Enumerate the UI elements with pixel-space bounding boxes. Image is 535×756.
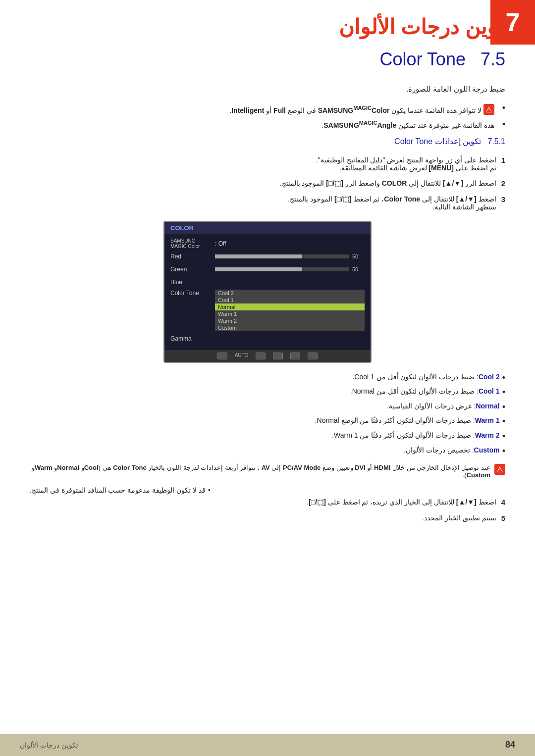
- monitor-label-green: Green: [170, 266, 215, 273]
- step-text-1: اضغط على أي زر بواجهة المنتج لعرض "دليل …: [30, 156, 496, 172]
- monitor-title-bar: COLOR: [164, 222, 371, 234]
- monitor-btn-auto-label: AUTO: [235, 353, 249, 359]
- monitor-row-colortone: Color Tone Cool 2 Cool 1 Normal Warm 1 W…: [170, 290, 365, 331]
- option-text-cool2: Cool 2: ضبط درجات الألوان لتكون أقل من 1…: [30, 373, 500, 381]
- option-text-normal: Normal: عرض درجات الألوان القياسية.: [30, 402, 500, 410]
- dropdown-item-custom[interactable]: Custom: [215, 324, 365, 331]
- chapter-header: تكوين درجات الألوان 7: [0, 0, 535, 44]
- monitor-btn-auto[interactable]: [217, 353, 227, 359]
- main-content: Color Tone 7.5 ضبط درجة اللون العامة للص…: [0, 49, 535, 522]
- step-4: 4 اضغط [▼/▲] للانتقال إلى الخيار الذي تر…: [30, 498, 505, 506]
- step-text-5: سيتم تطبيق الخيار المحدد.: [30, 514, 496, 522]
- chapter-number: 7: [506, 7, 520, 37]
- monitor-label-red: Red: [170, 253, 215, 260]
- option-cool2: • Cool 2: ضبط درجات الألوان لتكون أقل من…: [30, 373, 505, 384]
- bullet-dot-2: •: [502, 120, 505, 129]
- dropdown-item-normal[interactable]: Normal: [215, 303, 365, 310]
- footer-page: 84: [505, 740, 515, 750]
- option-dot-cool1: •: [502, 387, 505, 398]
- footer: 84 تكوين درجات الألوان: [0, 734, 535, 756]
- step-text-4: اضغط [▼/▲] للانتقال إلى الخيار الذي تريد…: [30, 498, 496, 506]
- bullet-section: • لا تتوافر هذه القائمة عندما يكون SAMSU…: [30, 103, 505, 129]
- step-number-5: 5: [501, 514, 505, 522]
- option-text-warm1: Warm 1: ضبط درجات الألوان لتكون أكثر دفئ…: [30, 416, 500, 424]
- bullet-text-1: لا تتوافر هذه القائمة عندما يكون SAMSUNG…: [30, 103, 494, 115]
- bullet-dot-1: •: [502, 103, 505, 112]
- monitor-body: SAMSUNGMAGIC Color : Off Red 50 Green 50: [164, 234, 371, 350]
- monitor-value-magic: : Off: [215, 240, 226, 247]
- monitor-btn-up[interactable]: [273, 353, 283, 359]
- chapter-number-box: 7: [490, 0, 535, 45]
- sub-section-heading: 7.5.1 تكوين إعدادات Color Tone: [30, 137, 505, 146]
- step-1: 1 اضغط على أي زر بواجهة المنتج لعرض "دلي…: [30, 156, 505, 172]
- note-dot: •: [208, 486, 211, 494]
- options-list: • Cool 2: ضبط درجات الألوان لتكون أقل من…: [30, 373, 505, 457]
- monitor-bottom-bar: AUTO: [164, 350, 371, 362]
- monitor-btn-down[interactable]: [290, 353, 300, 359]
- step-text-2: اضغط الزر [▼/▲] للانتقال إلى COLOR واضغط…: [30, 179, 496, 188]
- section-heading: Color Tone 7.5: [30, 49, 505, 70]
- bullet-icon-1: [483, 104, 494, 115]
- step-number-3: 3: [501, 195, 505, 211]
- option-warm2: • Warm 2: ضبط درجات الألوان لتكون أكثر د…: [30, 431, 505, 442]
- monitor-value-green: 50: [352, 266, 365, 272]
- bullet-item-1: • لا تتوافر هذه القائمة عندما يكون SAMSU…: [30, 103, 505, 115]
- warning-box: عند توصيل الإدخال الخارجي من خلال HDMI أ…: [30, 464, 505, 479]
- dropdown-item-warm2[interactable]: Warm 2: [215, 317, 365, 324]
- note-item: • قد لا تكون الوظيفة مدعومة حسب المنافذ …: [30, 486, 505, 494]
- monitor-bar-red: [215, 254, 349, 258]
- step-number-2: 2: [501, 179, 505, 188]
- option-dot-normal: •: [502, 402, 505, 413]
- monitor-row-blue: Blue: [170, 277, 365, 288]
- step-3: 3 اضغط [▼/▲] للانتقال إلى Color Tone، ثم…: [30, 195, 505, 211]
- footer-chapter: تكوين درجات الألوان: [20, 741, 78, 749]
- dropdown-item-cool2[interactable]: Cool 2: [215, 290, 365, 297]
- step-number-1: 1: [501, 156, 505, 172]
- step-text-3: اضغط [▼/▲] للانتقال إلى Color Tone، ثم ا…: [30, 195, 496, 211]
- note-text: قد لا تكون الوظيفة مدعومة حسب المنافذ ال…: [30, 486, 206, 494]
- option-dot-cool2: •: [502, 373, 505, 384]
- monitor-row-red: Red 50: [170, 251, 365, 262]
- monitor-label-blue: Blue: [170, 279, 215, 286]
- monitor-btn-enter[interactable]: [256, 353, 266, 359]
- monitor-mockup: COLOR SAMSUNGMAGIC Color : Off Red 50 Gr…: [163, 221, 372, 363]
- option-text-warm2: Warm 2: ضبط درجات الألوان لتكون أكثر دفئ…: [30, 431, 500, 439]
- monitor-value-red: 50: [352, 253, 365, 259]
- monitor-bar-green: [215, 267, 349, 271]
- monitor-row-green: Green 50: [170, 264, 365, 275]
- chapter-title: تكوين درجات الألوان: [20, 15, 515, 39]
- monitor-row-magic: SAMSUNGMAGIC Color : Off: [170, 238, 365, 249]
- dropdown-item-warm1[interactable]: Warm 1: [215, 310, 365, 317]
- monitor-dropdown-colortone: Cool 2 Cool 1 Normal Warm 1 Warm 2 Custo…: [215, 290, 365, 331]
- option-dot-warm1: •: [502, 416, 505, 427]
- section-title: Color Tone 7.5: [30, 49, 505, 70]
- option-dot-warm2: •: [502, 431, 505, 442]
- subtitle: ضبط درجة اللون العامة للصورة.: [30, 85, 505, 94]
- option-normal: • Normal: عرض درجات الألوان القياسية.: [30, 402, 505, 413]
- option-dot-custom: •: [502, 446, 505, 457]
- warning-icon: [494, 464, 505, 475]
- monitor-btn-left[interactable]: [308, 353, 318, 359]
- step-5: 5 سيتم تطبيق الخيار المحدد.: [30, 514, 505, 522]
- option-text-custom: Custom: تخصيص درجات الألوان.: [30, 446, 500, 454]
- option-cool1: • Cool 1: ضبط درجات الألوان لتكون أقل من…: [30, 387, 505, 398]
- bullet-text-2: هذه القائمة غير متوفرة عند تمكين SAMSUNG…: [30, 120, 494, 129]
- monitor-label-magic: SAMSUNGMAGIC Color: [170, 238, 215, 249]
- monitor-label-gamma: Gamma: [170, 335, 215, 342]
- step-2: 2 اضغط الزر [▼/▲] للانتقال إلى COLOR واض…: [30, 179, 505, 188]
- option-custom: • Custom: تخصيص درجات الألوان.: [30, 446, 505, 457]
- dropdown-item-cool1[interactable]: Cool 1: [215, 297, 365, 303]
- option-warm1: • Warm 1: ضبط درجات الألوان لتكون أكثر د…: [30, 416, 505, 427]
- monitor-container: COLOR SAMSUNGMAGIC Color : Off Red 50 Gr…: [30, 221, 505, 363]
- warning-text: عند توصيل الإدخال الخارجي من خلال HDMI أ…: [30, 464, 490, 479]
- monitor-label-colortone: Color Tone: [170, 290, 215, 297]
- monitor-row-gamma: Gamma: [170, 333, 365, 344]
- option-text-cool1: Cool 1: ضبط درجات الألوان لتكون أقل من N…: [30, 387, 500, 395]
- step-number-4: 4: [501, 498, 505, 506]
- bullet-item-2: • هذه القائمة غير متوفرة عند تمكين SAMSU…: [30, 120, 505, 129]
